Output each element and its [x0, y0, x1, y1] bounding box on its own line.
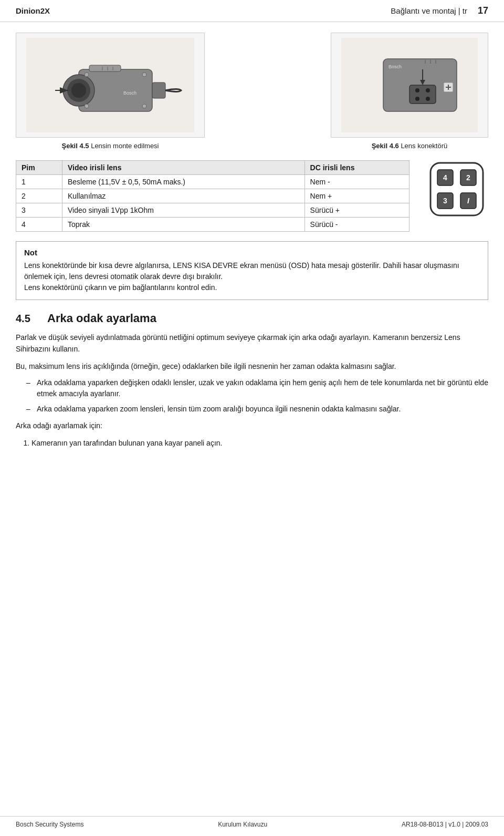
pin-video-desc: Video sinyali 1Vpp 1kOhm [62, 203, 304, 218]
page-header: Dinion2X Bağlantı ve montaj | tr 17 [0, 0, 504, 22]
pin-video-desc: Kullanılmaz [62, 189, 304, 203]
svg-point-4 [71, 83, 86, 98]
pin-video-desc: Toprak [62, 218, 304, 232]
list-item: Kameranın yan tarafından bulunan yana ka… [32, 437, 488, 449]
figure-right-image: Bosch [331, 33, 488, 138]
svg-point-18 [415, 88, 419, 92]
section-para-3: Bu, maksimum lens iris açıklığında (örne… [16, 360, 488, 372]
connector-svg: Bosch [341, 38, 478, 132]
pin-video-desc: Besleme (11,5V ± 0,5, 50mA maks.) [62, 175, 304, 189]
svg-rect-17 [410, 85, 436, 104]
header-right: Bağlantı ve montaj | tr 17 [391, 5, 488, 16]
pin-number: 4 [16, 218, 62, 232]
pin-dc-desc: Sürücü + [304, 203, 409, 218]
bullet-list: Arka odaklama yaparken değişken odaklı l… [16, 377, 488, 415]
camera-lens-svg: Bosch [26, 38, 194, 132]
table-section: Pim Video irisli lens DC irisli lens 1 B… [16, 160, 488, 232]
note-text: Lens konektöründe bir kısa devre algılan… [24, 260, 480, 293]
svg-point-21 [426, 97, 430, 101]
section-title-text: Arka odak ayarlama [47, 312, 156, 325]
col-header-video: Video irisli lens [62, 161, 304, 175]
pin-dc-desc: Nem + [304, 189, 409, 203]
list-item: Arka odaklama yaparken zoom lensleri, le… [26, 404, 488, 415]
main-content: Bosch Şekil 4.5 Lensin monte edilmesi [0, 33, 504, 471]
svg-point-9 [142, 104, 146, 108]
connector-pin-diagram-svg: 4 2 3 I [428, 160, 486, 218]
figure-left-block: Bosch Şekil 4.5 Lensin monte edilmesi [16, 33, 205, 150]
bosch-watermark-left: Bosch [123, 90, 136, 96]
col-header-dc: DC irisli lens [304, 161, 409, 175]
svg-point-7 [142, 73, 146, 77]
section-row: 4.5 Arka odak ayarlama [16, 312, 488, 325]
svg-rect-5 [89, 65, 121, 71]
section-title-header: Bağlantı ve montaj | tr [391, 6, 467, 15]
svg-text:3: 3 [443, 197, 447, 205]
pin-mapping-table: Pim Video irisli lens DC irisli lens 1 B… [16, 160, 410, 232]
table-row: 4 Toprak Sürücü - [16, 218, 410, 232]
list-item: Arka odaklama yaparken değişken odaklı l… [26, 377, 488, 399]
section-number: 4.5 [16, 313, 37, 325]
section-body: Parlak ve düşük seviyeli aydınlatmada gö… [16, 332, 488, 449]
table-row: 1 Besleme (11,5V ± 0,5, 50mA maks.) Nem … [16, 175, 410, 189]
figures-row: Bosch Şekil 4.5 Lensin monte edilmesi [16, 33, 488, 150]
svg-text:2: 2 [466, 173, 470, 182]
note-text-1: Lens konektöründe bir kısa devre algılan… [24, 261, 381, 270]
note-box: Not Lens konektöründe bir kısa devre alg… [16, 241, 488, 300]
svg-text:4: 4 [443, 173, 447, 182]
steps-intro: Arka odağı ayarlamak için: [16, 420, 488, 431]
svg-rect-10 [152, 82, 165, 98]
note-text-3: Lens konektörünü çıkarın ve pim bağlantı… [24, 283, 217, 292]
svg-text:Bosch: Bosch [388, 64, 402, 69]
svg-point-6 [85, 73, 89, 77]
pin-dc-desc: Sürücü - [304, 218, 409, 232]
footer-company: Bosch Security Systems [16, 821, 83, 828]
col-header-pin: Pim [16, 161, 62, 175]
product-name: Dinion2X [16, 6, 50, 15]
figure-right-block: Bosch Şekil 4.6 Lens konektörü [331, 33, 488, 150]
table-row: 2 Kullanılmaz Nem + [16, 189, 410, 203]
note-title: Not [24, 248, 480, 257]
svg-point-8 [85, 104, 89, 108]
ordered-list: Kameranın yan tarafından bulunan yana ka… [16, 437, 488, 449]
svg-point-19 [426, 88, 430, 92]
section-para-1: Parlak ve düşük seviyeli aydınlatmada gö… [16, 332, 488, 355]
page-number: 17 [478, 5, 488, 16]
footer-doc-type: Kurulum Kılavuzu [218, 821, 267, 828]
footer-doc-id: AR18-08-B013 | v1.0 | 2009.03 [402, 821, 488, 828]
figure-left-image: Bosch [16, 33, 205, 138]
pin-table: Pim Video irisli lens DC irisli lens 1 B… [16, 160, 410, 232]
page-footer: Bosch Security Systems Kurulum Kılavuzu … [0, 816, 504, 828]
pin-number: 3 [16, 203, 62, 218]
pin-dc-desc: Nem - [304, 175, 409, 189]
connector-diagram: 4 2 3 I [425, 160, 488, 218]
pin-number: 1 [16, 175, 62, 189]
figure-left-caption: Şekil 4.5 Lensin monte edilmesi [61, 142, 159, 150]
pin-number: 2 [16, 189, 62, 203]
table-row: 3 Video sinyali 1Vpp 1kOhm Sürücü + [16, 203, 410, 218]
figure-right-caption: Şekil 4.6 Lens konektörü [372, 142, 448, 150]
svg-point-20 [415, 97, 419, 101]
